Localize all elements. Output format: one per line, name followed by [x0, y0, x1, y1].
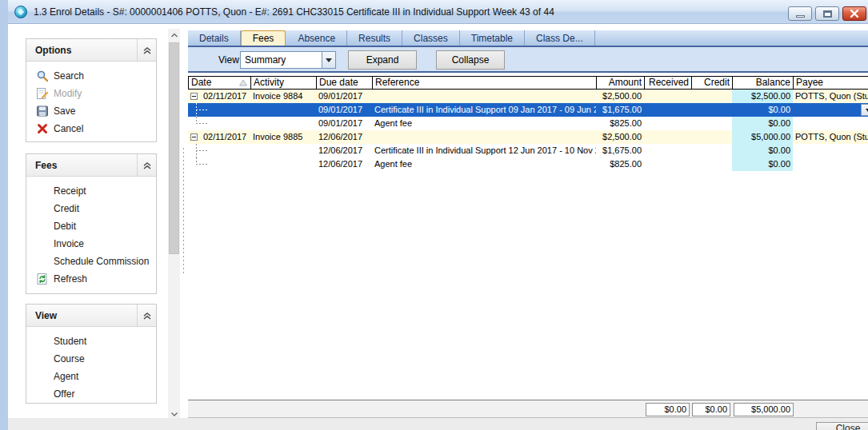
cell-amount: $825.00 [596, 157, 644, 171]
sidebar-item-label: Credit [54, 203, 79, 214]
column-header-date[interactable]: Date [189, 77, 251, 89]
sidebar-item-debit[interactable]: Debit [26, 217, 156, 235]
sidebar-item-credit[interactable]: Credit [26, 200, 156, 217]
sidebar-item-invoice[interactable]: Invoice [26, 235, 156, 253]
cell-balance: $0.00 [732, 144, 793, 157]
tree-line [196, 164, 208, 165]
cell-credit [691, 90, 732, 103]
cell-reference [372, 130, 596, 144]
table-row-course-fee[interactable]: 12/06/2017 Certificate III in Individual… [188, 144, 868, 157]
table-row-agent-fee[interactable]: 09/01/2017 Agent fee $825.00 $0.00 [188, 117, 868, 130]
column-header-amount[interactable]: Amount [597, 77, 645, 89]
cell-received [644, 130, 691, 144]
panel-splitter[interactable] [183, 148, 184, 276]
view-select-value: Summary [245, 54, 286, 66]
cell-payee: POTTS, Quon (Stude [793, 130, 868, 144]
table-row-agent-fee[interactable]: 12/06/2017 Agent fee $825.00 $0.00 [188, 157, 868, 171]
sidebar-item-label: Save [54, 106, 75, 117]
sidebar-item-agent[interactable]: Agent [26, 368, 156, 385]
cell-due-date: 12/06/2017 [316, 144, 372, 157]
cell-balance: $2,500.00 [732, 90, 793, 103]
total-credit: $0.00 [692, 403, 730, 416]
options-collapse-button[interactable] [137, 39, 156, 61]
sidebar-item-search[interactable]: Search [26, 67, 156, 85]
cell-reference: Agent fee [372, 157, 596, 171]
maximize-button[interactable] [815, 6, 839, 21]
options-panel: Options Search Modify [26, 38, 157, 142]
sidebar-item-student[interactable]: Student [26, 332, 156, 350]
save-icon [36, 105, 49, 117]
chevron-down-icon [866, 109, 868, 112]
cell-credit [691, 130, 732, 144]
sidebar-item-label: Agent [54, 371, 78, 382]
cell-balance: $0.00 [732, 103, 793, 117]
sidebar-item-refresh[interactable]: Refresh [26, 270, 156, 288]
fees-grid: Date Activity Due date Reference Amount … [188, 76, 868, 400]
view-panel-title: View [35, 310, 57, 321]
column-header-balance[interactable]: Balance [733, 77, 794, 89]
sidebar-item-offer[interactable]: Offer [26, 385, 156, 403]
chevron-down-icon [326, 58, 332, 62]
cell-reference: Certificate III in Individual Support 09… [372, 103, 596, 117]
column-header-received[interactable]: Received [645, 77, 692, 89]
modify-icon [36, 87, 49, 100]
expand-button[interactable]: Expand [348, 50, 417, 70]
cell-payee: POTTS, Quon (Stude [793, 90, 868, 103]
collapse-button[interactable]: Collapse [436, 50, 505, 70]
table-row-invoice-9884[interactable]: 02/11/2017 Invoice 9884 09/01/2017 $2,50… [188, 90, 868, 103]
main-pane: Details Fees Absence Results Classes Tim… [188, 24, 868, 430]
sidebar-scrollbar[interactable] [168, 29, 180, 420]
cell-activity: Invoice 9885 [250, 130, 316, 144]
tab-classes[interactable]: Classes [402, 30, 460, 46]
column-header-activity[interactable]: Activity [251, 77, 317, 89]
column-header-due-date[interactable]: Due date [317, 77, 373, 89]
sidebar-item-course[interactable]: Course [26, 350, 156, 368]
cell-balance: $0.00 [732, 117, 793, 130]
fees-panel-header: Fees [26, 154, 156, 177]
title-bar[interactable]: 1.3 Enrol Details - S#: 0000001406 POTTS… [0, 0, 868, 24]
payee-dropdown-button[interactable] [861, 104, 868, 116]
close-button[interactable]: Close [816, 422, 868, 430]
totals-bar: $0.00 $0.00 $5,000.00 [188, 400, 868, 418]
sidebar-item-cancel[interactable]: Cancel [26, 120, 156, 137]
tree-collapse-icon[interactable] [190, 133, 198, 141]
sidebar-item-label: Student [54, 336, 86, 347]
cell-activity: Invoice 9884 [250, 90, 316, 103]
cell-reference: Certificate III in Individual Support 12… [372, 144, 596, 157]
column-header-payee[interactable]: Payee [794, 77, 868, 89]
close-window-button[interactable] [842, 6, 866, 21]
cell-reference [372, 90, 596, 103]
options-panel-header: Options [26, 39, 156, 62]
minimize-button[interactable] [788, 6, 812, 21]
sidebar-item-label: Search [54, 70, 84, 82]
sidebar-item-label: Offer [54, 388, 74, 400]
column-header-credit[interactable]: Credit [692, 77, 733, 89]
enrol-details-window: 1.3 Enrol Details - S#: 0000001406 POTTS… [0, 0, 868, 430]
minimize-icon [796, 15, 805, 18]
scrollbar-thumb[interactable] [169, 42, 179, 254]
tab-fees[interactable]: Fees [241, 30, 286, 46]
tab-results[interactable]: Results [347, 30, 402, 46]
view-select[interactable]: Summary [240, 51, 336, 69]
sidebar-item-save[interactable]: Save [26, 102, 156, 120]
tab-absence[interactable]: Absence [286, 30, 347, 46]
table-row-invoice-9885[interactable]: 02/11/2017 Invoice 9885 12/06/2017 $2,50… [188, 130, 868, 144]
tree-line [196, 109, 208, 110]
tab-details[interactable]: Details [188, 30, 241, 46]
fees-collapse-button[interactable] [137, 154, 156, 176]
column-header-reference[interactable]: Reference [373, 77, 597, 89]
tab-class-details[interactable]: Class De... [525, 30, 595, 46]
cell-reference: Agent fee [372, 117, 596, 130]
tab-timetable[interactable]: Timetable [460, 30, 525, 46]
cell-amount: $2,500.00 [596, 130, 644, 144]
refresh-icon [36, 273, 49, 285]
scroll-up-icon[interactable] [168, 29, 180, 41]
fees-panel: Fees Receipt Credit Debit Invoice Schedu… [26, 153, 157, 294]
tree-collapse-icon[interactable] [190, 93, 198, 100]
combo-dropdown-button[interactable] [322, 52, 335, 68]
view-collapse-button[interactable] [137, 305, 156, 326]
table-row-selected-course-fee[interactable]: 09/01/2017 Certificate III in Individual… [188, 103, 868, 117]
sidebar-item-label: Refresh [54, 273, 87, 285]
sidebar-item-schedule-commission[interactable]: Schedule Commission [26, 253, 156, 270]
sidebar-item-receipt[interactable]: Receipt [26, 182, 156, 200]
